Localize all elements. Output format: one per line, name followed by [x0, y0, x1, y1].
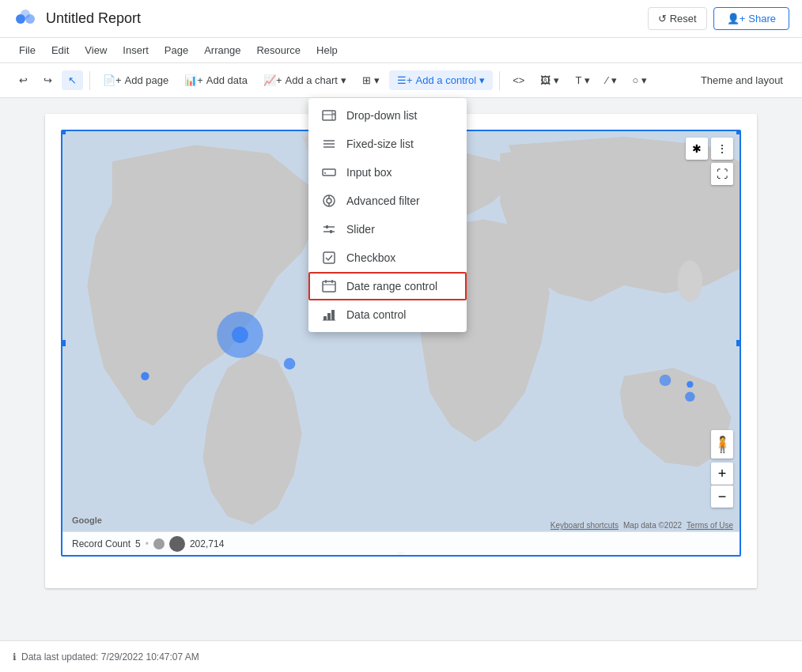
text-button[interactable]: T ▾ — [569, 70, 596, 90]
chevron-down-icon-3: ▾ — [479, 74, 485, 86]
svg-rect-21 — [323, 281, 335, 292]
svg-point-39 — [685, 392, 695, 402]
shape-button[interactable]: ○ ▾ — [626, 70, 654, 90]
menu-bar: File Edit View Insert Page Arrange Resou… — [0, 38, 802, 63]
image-icon: 🖼 — [540, 74, 550, 86]
expand-container: ⛶ — [711, 163, 733, 185]
image-button[interactable]: 🖼 ▾ — [534, 70, 566, 90]
title-actions: ↺ Reset 👤+ Share — [648, 7, 789, 30]
info-icon: ℹ — [13, 651, 17, 663]
shape-icon: ○ — [633, 74, 639, 86]
circle-small — [153, 538, 165, 549]
svg-point-38 — [687, 381, 693, 387]
add-chart-icon: 📈+ — [263, 74, 282, 86]
toolbar-divider-2 — [499, 71, 500, 90]
svg-rect-26 — [327, 313, 331, 320]
svg-rect-25 — [323, 316, 327, 320]
menu-item-data-control[interactable]: Data control — [308, 300, 467, 329]
code-icon: <> — [513, 74, 524, 86]
fixed-size-list-icon — [321, 136, 337, 152]
minus-icon: − — [718, 489, 727, 505]
person-add-icon: 👤+ — [727, 13, 746, 25]
add-data-button[interactable]: 📊+ Add data — [178, 70, 254, 90]
data-control-icon — [321, 307, 337, 323]
more-icon: ⋮ — [717, 142, 728, 155]
add-chart-button[interactable]: 📈+ Add a chart ▾ — [257, 70, 353, 90]
menu-item-advanced-filter[interactable]: Advanced filter — [308, 187, 467, 215]
component-icon: ⊞ — [362, 74, 371, 86]
menu-help[interactable]: Help — [310, 41, 344, 59]
menu-item-date-range-control[interactable]: Date range control — [308, 272, 467, 300]
chevron-down-icon: ▾ — [341, 74, 346, 86]
chevron-down-icon-6: ▾ — [611, 74, 617, 86]
menu-arrange[interactable]: Arrange — [198, 41, 247, 59]
map-more-button[interactable]: ⋮ — [711, 138, 733, 160]
title-bar: Untitled Report ↺ Reset 👤+ Share — [0, 0, 802, 38]
svg-point-2 — [21, 9, 30, 19]
menu-item-slider[interactable]: Slider — [308, 215, 467, 244]
undo-icon: ↩ — [19, 74, 28, 86]
add-page-button[interactable]: 📄+ Add page — [96, 70, 175, 90]
menu-page[interactable]: Page — [158, 41, 195, 59]
menu-resource[interactable]: Resource — [250, 41, 307, 59]
toolbar-divider-1 — [89, 71, 90, 90]
chevron-down-icon-4: ▾ — [554, 74, 559, 86]
zoom-out-button[interactable]: − — [711, 485, 733, 508]
svg-point-32 — [232, 327, 248, 343]
svg-point-35 — [284, 358, 296, 370]
menu-item-checkbox[interactable]: Checkbox — [308, 244, 467, 272]
chevron-down-icon-7: ▾ — [641, 74, 647, 86]
text-icon: T — [575, 74, 581, 86]
resize-handle-tr[interactable] — [736, 130, 741, 134]
plus-icon: + — [718, 466, 727, 482]
app-logo — [13, 6, 38, 32]
dropdown-list-icon — [321, 108, 337, 123]
svg-point-30 — [678, 261, 702, 302]
report-title: Untitled Report — [46, 10, 648, 27]
line-button[interactable]: ∕ ▾ — [600, 70, 622, 90]
map-pin-button[interactable]: ✱ — [686, 138, 708, 160]
pegman-icon[interactable]: 🧍 — [711, 430, 733, 459]
line-icon: ∕ — [606, 74, 607, 86]
svg-rect-19 — [330, 230, 332, 233]
menu-file[interactable]: File — [13, 41, 42, 59]
select-button[interactable]: ↖ — [62, 70, 83, 90]
resize-handle-tl[interactable] — [61, 130, 66, 134]
theme-layout-button[interactable]: Theme and layout — [694, 70, 789, 90]
menu-edit[interactable]: Edit — [45, 41, 75, 59]
share-button[interactable]: 👤+ Share — [713, 7, 789, 30]
svg-rect-27 — [331, 310, 335, 320]
map-attribution: Keyboard shortcuts Map data ©2022 Terms … — [550, 521, 733, 530]
menu-view[interactable]: View — [78, 41, 113, 59]
menu-item-dropdown-list[interactable]: Drop-down list — [308, 101, 467, 130]
status-bar: ℹ Data last updated: 7/29/2022 10:47:07 … — [0, 640, 802, 672]
circle-large — [169, 536, 185, 552]
toolbar: ↩ ↪ ↖ 📄+ Add page 📊+ Add data 📈+ Add a c… — [0, 63, 802, 98]
resize-handle-ml[interactable] — [61, 340, 66, 346]
google-logo: Google — [72, 515, 102, 525]
menu-item-fixed-size-list[interactable]: Fixed-size list — [308, 130, 467, 158]
pin-icon: ✱ — [692, 142, 702, 155]
menu-insert[interactable]: Insert — [116, 41, 155, 59]
expand-button[interactable]: ⛶ — [711, 163, 733, 185]
resize-handle-mr[interactable] — [736, 340, 741, 346]
expand-icon: ⛶ — [717, 168, 728, 180]
checkbox-icon — [321, 250, 337, 266]
redo-button[interactable]: ↪ — [37, 70, 59, 90]
cursor-icon: ↖ — [68, 74, 77, 86]
reset-icon: ↺ — [658, 13, 667, 25]
svg-point-36 — [141, 372, 149, 380]
component-button[interactable]: ⊞ ▾ — [356, 70, 386, 90]
add-control-button[interactable]: ☰+ Add a control ▾ — [389, 70, 493, 90]
undo-button[interactable]: ↩ — [13, 70, 34, 90]
bullet-separator: • — [146, 538, 149, 549]
chevron-down-icon-2: ▾ — [374, 74, 380, 86]
map-controls-right: 🧍 + − — [711, 430, 733, 508]
add-page-icon: 📄+ — [103, 74, 122, 86]
svg-rect-18 — [326, 225, 328, 228]
code-button[interactable]: <> — [506, 70, 531, 90]
svg-rect-3 — [323, 111, 335, 120]
reset-button[interactable]: ↺ Reset — [648, 7, 707, 30]
menu-item-input-box[interactable]: Input box — [308, 158, 467, 187]
zoom-in-button[interactable]: + — [711, 462, 733, 485]
